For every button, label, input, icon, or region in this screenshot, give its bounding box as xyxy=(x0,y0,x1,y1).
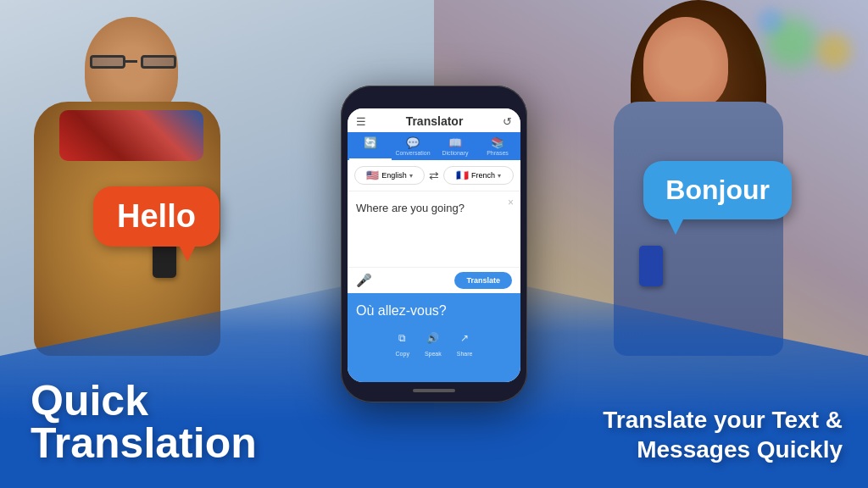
app-header: ☰ Translator ↺ xyxy=(348,108,520,132)
source-language-button[interactable]: 🇺🇸 English ▾ xyxy=(354,166,425,185)
swap-languages-icon[interactable]: ⇄ xyxy=(429,169,439,182)
bottom-text-right: Translate your Text & Messages Quickly xyxy=(603,405,843,464)
translate-button[interactable]: Translate xyxy=(454,272,512,289)
app-title: Translator xyxy=(406,114,464,128)
source-flag: 🇺🇸 xyxy=(366,169,379,181)
quick-label: Quick xyxy=(31,380,257,422)
tab-phrases[interactable]: 📚 Phrases xyxy=(476,132,519,160)
speech-bubble-bonjour: Bonjour xyxy=(643,161,792,219)
target-lang-label: French xyxy=(471,171,495,180)
output-area: Où allez-vous? ⧉ Copy 🔊 Speak ↗ Share xyxy=(348,293,520,382)
mic-icon[interactable]: 🎤 xyxy=(356,273,372,288)
hamburger-icon[interactable]: ☰ xyxy=(356,115,366,128)
phone-home-indicator xyxy=(413,389,455,392)
mic-row: 🎤 Translate xyxy=(348,268,520,293)
phone-wrapper: ☰ Translator ↺ 🔄 💬 Conversation 📖 Dictio… xyxy=(341,86,527,402)
history-icon[interactable]: ↺ xyxy=(503,115,512,128)
tab-dictionary[interactable]: 📖 Dictionary xyxy=(434,132,476,160)
copy-action[interactable]: ⧉ Copy xyxy=(396,332,409,359)
phone-notch xyxy=(411,96,458,103)
source-lang-label: English xyxy=(381,171,407,180)
output-actions: ⧉ Copy 🔊 Speak ↗ Share xyxy=(356,332,512,359)
speech-bubble-hello: Hello xyxy=(93,186,220,247)
phone-screen: ☰ Translator ↺ 🔄 💬 Conversation 📖 Dictio… xyxy=(348,108,520,382)
output-text: Où allez-vous? xyxy=(356,303,512,319)
bottom-text-left: Quick Translation xyxy=(31,380,257,464)
tab-translate[interactable]: 🔄 xyxy=(349,132,392,160)
phone-outer: ☰ Translator ↺ 🔄 💬 Conversation 📖 Dictio… xyxy=(341,86,527,402)
close-button[interactable]: × xyxy=(508,197,514,208)
target-flag: 🇫🇷 xyxy=(456,169,469,181)
translation-label: Translation xyxy=(31,422,257,464)
share-action[interactable]: ↗ Share xyxy=(457,332,473,359)
tab-conversation[interactable]: 💬 Conversation xyxy=(392,132,434,160)
translate-text-line2: Messages Quickly xyxy=(603,435,843,464)
translate-text-line1: Translate your Text & xyxy=(603,405,843,435)
input-area: × Where are you going? xyxy=(348,191,520,268)
input-text: Where are you going? xyxy=(356,200,512,217)
target-language-button[interactable]: 🇫🇷 French ▾ xyxy=(443,166,514,185)
speak-action[interactable]: 🔊 Speak xyxy=(425,332,442,359)
language-bar: 🇺🇸 English ▾ ⇄ 🇫🇷 French ▾ xyxy=(348,160,520,191)
app-tabs: 🔄 💬 Conversation 📖 Dictionary 📚 Phrases xyxy=(348,132,520,160)
